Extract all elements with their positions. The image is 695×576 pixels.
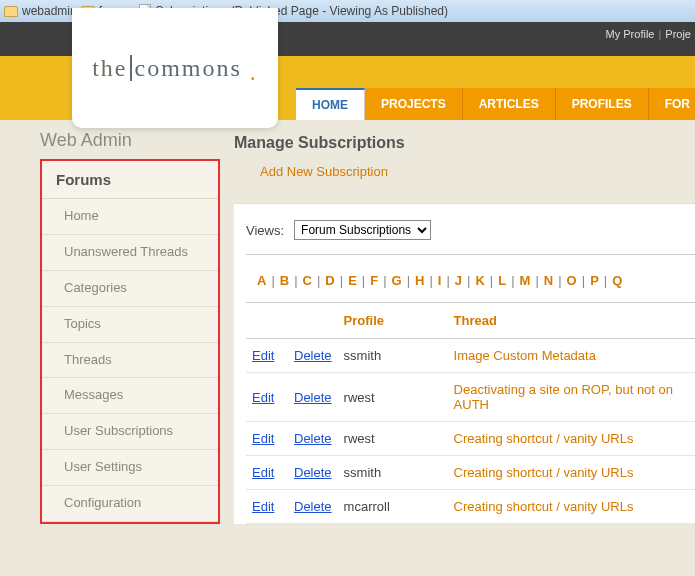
alpha-letter[interactable]: P: [589, 273, 600, 288]
cell-profile: rwest: [338, 422, 448, 456]
views-row: Views: Forum Subscriptions: [246, 220, 695, 255]
table-row: EditDeleterwestDeactivating a site on RO…: [246, 373, 695, 422]
content-panel: Views: Forum Subscriptions A|B|C|D|E|F|G…: [234, 203, 695, 524]
separator: |: [294, 273, 297, 288]
header: thecommons . HOMEPROJECTSARTICLESPROFILE…: [0, 56, 695, 120]
content: Manage Subscriptions Add New Subscriptio…: [228, 120, 695, 576]
cell-thread[interactable]: Deactivating a site on ROP, but not on A…: [448, 373, 695, 422]
views-select[interactable]: Forum Subscriptions: [294, 220, 431, 240]
sidebar-item[interactable]: User Settings: [42, 450, 218, 486]
sidebar-item[interactable]: Categories: [42, 271, 218, 307]
alpha-letter[interactable]: C: [302, 273, 313, 288]
tab-home[interactable]: HOME: [296, 88, 365, 120]
sidebar-item[interactable]: Messages: [42, 378, 218, 414]
sidebar-title: Web Admin: [40, 130, 220, 151]
sidebar-item[interactable]: Home: [42, 199, 218, 235]
sidebar-box: Forums HomeUnanswered ThreadsCategoriesT…: [40, 159, 220, 524]
col-edit: [246, 303, 288, 339]
alpha-letter[interactable]: H: [414, 273, 425, 288]
alpha-letter[interactable]: N: [543, 273, 554, 288]
my-profile-link[interactable]: My Profile: [606, 28, 655, 40]
alpha-letter[interactable]: F: [369, 273, 379, 288]
delete-link[interactable]: Delete: [294, 465, 332, 480]
breadcrumb-item[interactable]: webadmin: [22, 4, 77, 18]
sidebar: Web Admin Forums HomeUnanswered ThreadsC…: [0, 120, 228, 576]
cell-profile: ssmith: [338, 339, 448, 373]
alpha-letter[interactable]: M: [519, 273, 532, 288]
projects-link[interactable]: Proje: [665, 28, 691, 40]
table-row: EditDeleterwestCreating shortcut / vanit…: [246, 422, 695, 456]
alpha-letter[interactable]: A: [256, 273, 267, 288]
sidebar-item[interactable]: Topics: [42, 307, 218, 343]
separator: |: [604, 273, 607, 288]
alpha-letter[interactable]: L: [497, 273, 507, 288]
alpha-letter[interactable]: B: [279, 273, 290, 288]
cell-profile: ssmith: [338, 456, 448, 490]
cell-thread[interactable]: Creating shortcut / vanity URLs: [448, 490, 695, 524]
edit-link[interactable]: Edit: [252, 499, 274, 514]
alpha-filter: A|B|C|D|E|F|G|H|I|J|K|L|M|N|O|P|Q: [246, 255, 695, 303]
separator: |: [383, 273, 386, 288]
sidebar-list: HomeUnanswered ThreadsCategoriesTopicsTh…: [42, 199, 218, 522]
sidebar-item[interactable]: Configuration: [42, 486, 218, 522]
separator: |: [467, 273, 470, 288]
table-row: EditDeletessmithCreating shortcut / vani…: [246, 456, 695, 490]
edit-link[interactable]: Edit: [252, 390, 274, 405]
tab-articles[interactable]: ARTICLES: [463, 88, 556, 120]
subscriptions-table: Profile Thread EditDeletessmithImage Cus…: [246, 303, 695, 524]
col-delete: [288, 303, 338, 339]
separator: |: [407, 273, 410, 288]
add-subscription-link[interactable]: Add New Subscription: [260, 164, 388, 179]
logo-right: commons: [130, 55, 242, 81]
alpha-letter[interactable]: J: [454, 273, 463, 288]
col-thread[interactable]: Thread: [448, 303, 695, 339]
delete-link[interactable]: Delete: [294, 348, 332, 363]
delete-link[interactable]: Delete: [294, 431, 332, 446]
logo-dot: .: [250, 59, 258, 86]
separator: |: [535, 273, 538, 288]
alpha-letter[interactable]: I: [437, 273, 443, 288]
table-row: EditDeletemcarrollCreating shortcut / va…: [246, 490, 695, 524]
tab-for[interactable]: FOR: [649, 88, 695, 120]
alpha-letter[interactable]: O: [566, 273, 578, 288]
tab-profiles[interactable]: PROFILES: [556, 88, 649, 120]
tab-projects[interactable]: PROJECTS: [365, 88, 463, 120]
separator: |: [558, 273, 561, 288]
main-area: Web Admin Forums HomeUnanswered ThreadsC…: [0, 120, 695, 576]
edit-link[interactable]: Edit: [252, 465, 274, 480]
table-row: EditDeletessmithImage Custom Metadata: [246, 339, 695, 373]
sidebar-item[interactable]: User Subscriptions: [42, 414, 218, 450]
alpha-letter[interactable]: E: [347, 273, 358, 288]
separator: |: [317, 273, 320, 288]
edit-link[interactable]: Edit: [252, 348, 274, 363]
cell-thread[interactable]: Creating shortcut / vanity URLs: [448, 456, 695, 490]
alpha-letter[interactable]: D: [324, 273, 335, 288]
nav-tabs: HOMEPROJECTSARTICLESPROFILESFOR: [296, 88, 695, 120]
logo-left: the: [92, 55, 127, 81]
separator: |: [362, 273, 365, 288]
logo[interactable]: thecommons .: [72, 8, 278, 128]
cell-profile: rwest: [338, 373, 448, 422]
cell-thread[interactable]: Image Custom Metadata: [448, 339, 695, 373]
folder-icon: [4, 6, 18, 17]
col-profile[interactable]: Profile: [338, 303, 448, 339]
separator: |: [429, 273, 432, 288]
alpha-letter[interactable]: K: [474, 273, 485, 288]
cell-thread[interactable]: Creating shortcut / vanity URLs: [448, 422, 695, 456]
sidebar-item[interactable]: Unanswered Threads: [42, 235, 218, 271]
cell-profile: mcarroll: [338, 490, 448, 524]
delete-link[interactable]: Delete: [294, 499, 332, 514]
edit-link[interactable]: Edit: [252, 431, 274, 446]
delete-link[interactable]: Delete: [294, 390, 332, 405]
views-label: Views:: [246, 223, 284, 238]
alpha-letter[interactable]: Q: [611, 273, 623, 288]
separator: |: [446, 273, 449, 288]
sidebar-item[interactable]: Threads: [42, 343, 218, 379]
page-title: Manage Subscriptions: [234, 134, 695, 152]
separator: |: [658, 28, 661, 40]
sidebar-section-heading: Forums: [42, 161, 218, 199]
separator: |: [340, 273, 343, 288]
separator: |: [511, 273, 514, 288]
alpha-letter[interactable]: G: [391, 273, 403, 288]
separator: |: [582, 273, 585, 288]
